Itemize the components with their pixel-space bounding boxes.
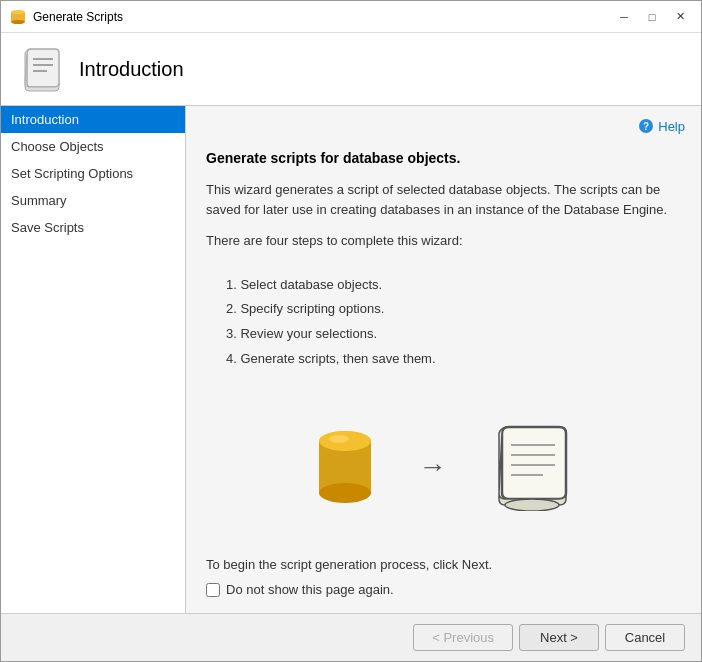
next-button[interactable]: Next > xyxy=(519,624,599,651)
help-label: Help xyxy=(658,119,685,134)
content-main-title: Generate scripts for database objects. xyxy=(206,150,681,166)
sidebar-item-set-scripting-options[interactable]: Set Scripting Options xyxy=(1,160,185,187)
no-show-label[interactable]: Do not show this page again. xyxy=(226,582,394,597)
no-show-checkbox[interactable] xyxy=(206,583,220,597)
close-button[interactable]: ✕ xyxy=(667,7,693,27)
svg-text:?: ? xyxy=(643,121,649,132)
sidebar-item-choose-objects[interactable]: Choose Objects xyxy=(1,133,185,160)
header-title: Introduction xyxy=(79,58,184,81)
checkbox-row: Do not show this page again. xyxy=(206,582,681,597)
title-bar: Generate Scripts ─ □ ✕ xyxy=(1,1,701,33)
window-body: Introduction Choose Objects Set Scriptin… xyxy=(1,106,701,613)
window-title: Generate Scripts xyxy=(33,10,611,24)
maximize-button[interactable]: □ xyxy=(639,7,665,27)
window-header: Introduction xyxy=(1,33,701,106)
step-3: 3. Review your selections. xyxy=(226,322,681,347)
help-link[interactable]: ? Help xyxy=(638,118,685,134)
sidebar-item-save-scripts[interactable]: Save Scripts xyxy=(1,214,185,241)
bottom-section: To begin the script generation process, … xyxy=(206,557,681,597)
step-1: 1. Select database objects. xyxy=(226,273,681,298)
svg-point-1 xyxy=(11,10,25,14)
step-4: 4. Generate scripts, then save them. xyxy=(226,347,681,372)
steps-intro: There are four steps to complete this wi… xyxy=(206,231,681,251)
script-icon xyxy=(487,423,577,511)
cancel-button[interactable]: Cancel xyxy=(605,624,685,651)
footer: < Previous Next > Cancel xyxy=(1,613,701,661)
header-icon xyxy=(17,45,65,93)
svg-point-13 xyxy=(505,499,559,511)
previous-button[interactable]: < Previous xyxy=(413,624,513,651)
step-2: 2. Specify scripting options. xyxy=(226,297,681,322)
svg-point-10 xyxy=(319,483,371,503)
content-paragraph1: This wizard generates a script of select… xyxy=(206,180,681,219)
arrow-icon: → xyxy=(419,451,447,483)
window-controls: ─ □ ✕ xyxy=(611,7,693,27)
database-icon xyxy=(311,423,379,511)
minimize-button[interactable]: ─ xyxy=(611,7,637,27)
sidebar-item-introduction[interactable]: Introduction xyxy=(1,106,185,133)
help-icon: ? xyxy=(638,118,654,134)
window: Generate Scripts ─ □ ✕ Introduction Intr… xyxy=(0,0,702,662)
illustration: → xyxy=(206,401,681,533)
window-icon xyxy=(9,8,27,26)
sidebar-item-summary[interactable]: Summary xyxy=(1,187,185,214)
sidebar: Introduction Choose Objects Set Scriptin… xyxy=(1,106,186,613)
content-area: ? Help Generate scripts for database obj… xyxy=(186,106,701,613)
svg-point-12 xyxy=(329,435,349,443)
svg-point-2 xyxy=(11,20,25,24)
steps-list: 1. Select database objects. 2. Specify s… xyxy=(226,273,681,372)
bottom-text: To begin the script generation process, … xyxy=(206,557,681,572)
